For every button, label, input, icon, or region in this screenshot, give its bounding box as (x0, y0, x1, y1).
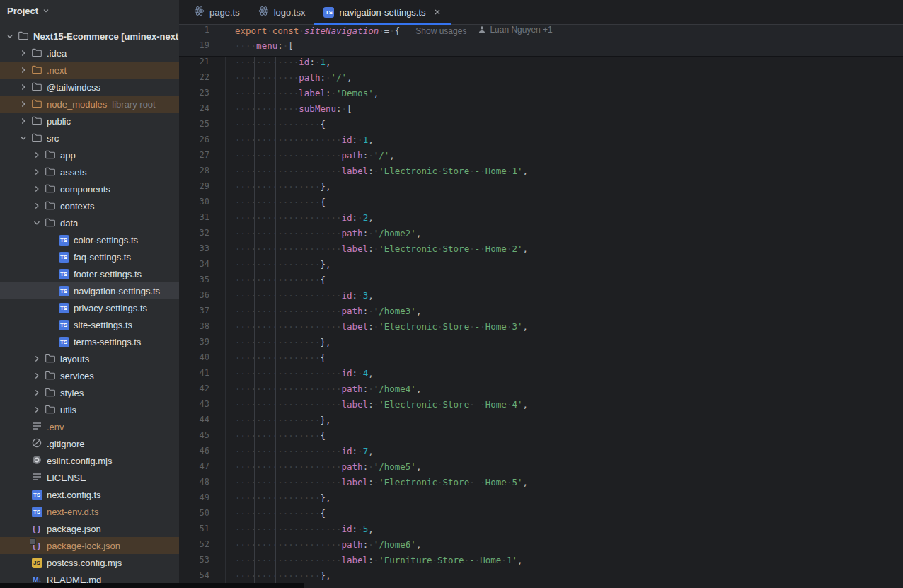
gutter-separator (225, 57, 226, 588)
chevron-right-icon[interactable] (31, 353, 42, 364)
tree-item-app[interactable]: app (0, 146, 179, 163)
tree-item-next[interactable]: .next (0, 62, 179, 79)
tree-item-next-env-d-ts[interactable]: TSnext-env.d.ts (0, 503, 179, 520)
tree-item-data[interactable]: data (0, 214, 179, 231)
chevron-right-icon[interactable] (31, 370, 42, 381)
code-line-21[interactable]: 21············id:·1, (179, 57, 903, 72)
tree-item-privacy-settings-ts[interactable]: TSprivacy-settings.ts (0, 299, 179, 316)
chevron-right-icon[interactable] (18, 64, 29, 76)
tree-item-terms-settings-ts[interactable]: TSterms-settings.ts (0, 333, 179, 350)
tree-item-utils[interactable]: utils (0, 401, 179, 418)
tree-item-site-settings-ts[interactable]: TSsite-settings.ts (0, 316, 179, 333)
tree-item-postcss-config-mjs[interactable]: JSpostcss.config.mjs (0, 554, 179, 571)
code-line-39[interactable]: 39················}, (179, 337, 903, 352)
tree-item-label: utils (60, 405, 76, 415)
tab-page-ts[interactable]: page.ts (185, 0, 249, 25)
json-braces-icon: {} (31, 524, 42, 534)
folder-icon (31, 115, 42, 128)
code-line-53[interactable]: 53····················label:·'Furniture·… (179, 555, 903, 570)
chevron-right-icon[interactable] (31, 166, 42, 178)
code-line-42[interactable]: 42····················path:·'/home4', (179, 384, 903, 399)
code-line-1[interactable]: 1export·const·siteNavigation·=·{Show usa… (179, 25, 903, 40)
tree-item-license[interactable]: LICENSE (0, 469, 179, 486)
code-line-40[interactable]: 40················{ (179, 352, 903, 368)
chevron-right-icon[interactable] (18, 47, 29, 59)
tree-item-env[interactable]: .env (0, 418, 179, 435)
chevron-right-icon[interactable] (31, 387, 42, 398)
code-line-33[interactable]: 33····················label:·'Electronic… (179, 243, 903, 259)
code-line-37[interactable]: 37····················path:·'/home3', (179, 306, 903, 321)
code-line-35[interactable]: 35················{ (179, 275, 903, 290)
tree-item-color-settings-ts[interactable]: TScolor-settings.ts (0, 231, 179, 248)
code-line-46[interactable]: 46····················id:·7, (179, 446, 903, 461)
code-line-48[interactable]: 48····················label:·'Electronic… (179, 477, 903, 492)
code-line-24[interactable]: 24············subMenu:·[ (179, 103, 903, 119)
tree-item-contexts[interactable]: contexts (0, 197, 179, 214)
tree-item-node-modules[interactable]: node_moduleslibrary root (0, 96, 179, 113)
code-line-34[interactable]: 34················}, (179, 259, 903, 275)
folder-icon (31, 64, 42, 77)
tab-navigation-settings-ts[interactable]: TSnavigation-settings.ts (314, 0, 451, 25)
code-line-51[interactable]: 51····················id:·5, (179, 524, 903, 539)
tree-item-next-config-ts[interactable]: TSnext.config.ts (0, 486, 179, 503)
line-number: 49 (179, 492, 235, 508)
code-line-30[interactable]: 30················{ (179, 197, 903, 212)
tree-item-gitignore[interactable]: .gitignore (0, 435, 179, 452)
code-line-22[interactable]: 22············path:·'/', (179, 72, 903, 88)
tab-logo-tsx[interactable]: logo.tsx (249, 0, 315, 25)
project-view-selector[interactable]: Project (7, 6, 51, 16)
code-line-49[interactable]: 49················}, (179, 492, 903, 508)
code-line-23[interactable]: 23············label:·'Demos', (179, 88, 903, 103)
typescript-file-icon: TS (59, 235, 69, 246)
chevron-down-icon[interactable] (18, 132, 29, 144)
tree-item-src[interactable]: src (0, 129, 179, 146)
chevron-right-icon[interactable] (31, 404, 42, 415)
code-line-47[interactable]: 47····················path:·'/home5', (179, 461, 903, 477)
tree-item-public[interactable]: public (0, 113, 179, 129)
code-line-38[interactable]: 38····················label:·'Electronic… (179, 321, 903, 337)
ide-window: Project Next15-Ecommerce [uminex-next.id… (0, 0, 903, 588)
code-editor[interactable]: 21············id:·1,22············path:·… (179, 57, 903, 588)
chevron-right-icon[interactable] (31, 200, 42, 212)
chevron-right-icon[interactable] (18, 81, 29, 93)
code-line-44[interactable]: 44················}, (179, 415, 903, 430)
code-line-26[interactable]: 26····················id:·1, (179, 134, 903, 150)
code-line-31[interactable]: 31····················id:·2, (179, 212, 903, 228)
code-line-43[interactable]: 43····················label:·'Electronic… (179, 399, 903, 415)
code-line-25[interactable]: 25················{ (179, 119, 903, 134)
show-usages-hint[interactable]: Show usages (415, 26, 466, 36)
tree-item-services[interactable]: services (0, 367, 179, 384)
tree-item-eslint-config-mjs[interactable]: eslint.config.mjs (0, 452, 179, 469)
tree-item-styles[interactable]: styles (0, 384, 179, 401)
tree-item-package-json[interactable]: {}package.json (0, 520, 179, 537)
code-line-52[interactable]: 52····················path:·'/home6', (179, 539, 903, 555)
code-line-19[interactable]: 19····menu:·[ (179, 40, 903, 56)
tree-item-package-lock-json[interactable]: {}package-lock.json (0, 537, 179, 554)
code-line-41[interactable]: 41····················id:·4, (179, 368, 903, 384)
code-line-45[interactable]: 45················{ (179, 430, 903, 446)
line-number: 52 (179, 539, 235, 555)
chevron-down-icon[interactable] (4, 30, 16, 42)
tree-item-components[interactable]: components (0, 180, 179, 197)
tree-item-faq-settings-ts[interactable]: TSfaq-settings.ts (0, 248, 179, 265)
chevron-right-icon[interactable] (31, 149, 42, 161)
chevron-right-icon[interactable] (18, 115, 29, 127)
chevron-right-icon[interactable] (31, 183, 42, 195)
code-line-29[interactable]: 29················}, (179, 181, 903, 197)
code-line-36[interactable]: 36····················id:·3, (179, 290, 903, 306)
tree-item-next15-ecommerce-uminex-next[interactable]: Next15-Ecommerce [uminex-next (0, 28, 179, 45)
line-number: 39 (179, 337, 235, 352)
tree-item-layouts[interactable]: layouts (0, 350, 179, 367)
code-line-50[interactable]: 50················{ (179, 508, 903, 524)
code-line-32[interactable]: 32····················path:·'/home2', (179, 228, 903, 243)
tree-item-footer-settings-ts[interactable]: TSfooter-settings.ts (0, 265, 179, 282)
tree-item-navigation-settings-ts[interactable]: TSnavigation-settings.ts (0, 282, 179, 299)
chevron-down-icon[interactable] (31, 217, 42, 229)
tree-item-tailwindcss[interactable]: @tailwindcss (0, 79, 179, 96)
tree-item-idea[interactable]: .idea (0, 45, 179, 62)
chevron-right-icon[interactable] (18, 98, 29, 110)
code-line-28[interactable]: 28····················label:·'Electronic… (179, 166, 903, 181)
close-tab-icon[interactable] (432, 7, 442, 17)
tree-item-assets[interactable]: assets (0, 163, 179, 180)
code-line-27[interactable]: 27····················path:·'/', (179, 150, 903, 166)
